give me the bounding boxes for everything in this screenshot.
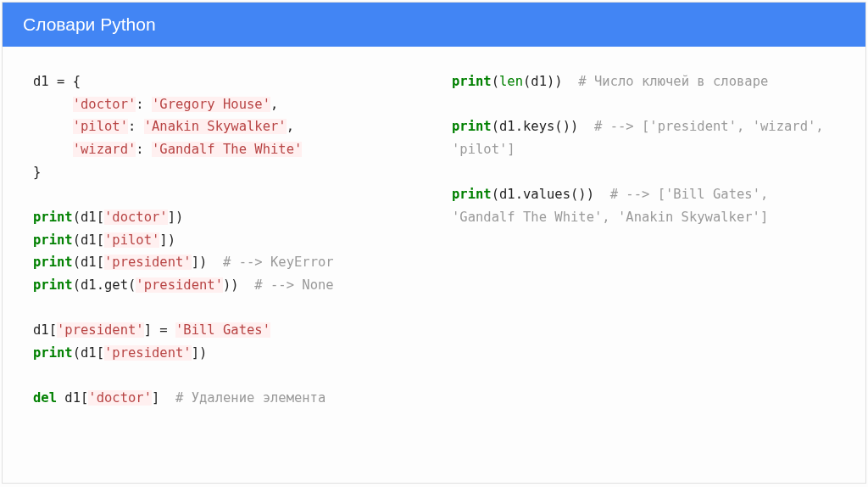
comment: # --> None — [254, 277, 333, 293]
string-literal: 'doctor' — [73, 97, 136, 112]
keyword-print: print — [33, 210, 73, 225]
slide-content: d1 = { 'doctor': 'Gregory House', 'pilot… — [3, 47, 865, 427]
slide-header: Словари Python — [3, 3, 865, 47]
keyword-print: print — [452, 119, 492, 134]
code-column-right: print(len(d1)) # Число ключей в словаре … — [452, 70, 835, 410]
string-literal: 'president' — [136, 277, 223, 293]
code-column-left: d1 = { 'doctor': 'Gregory House', 'pilot… — [33, 70, 416, 410]
string-literal: 'president' — [57, 322, 144, 338]
code-line: d1 = { — [33, 74, 81, 89]
slide-title: Словари Python — [23, 14, 156, 34]
code-line — [33, 119, 73, 134]
comment: # Удаление элемента — [175, 390, 326, 406]
code-line: d1[ — [33, 322, 57, 338]
code-line — [33, 97, 73, 112]
string-literal: 'Gregory House' — [152, 97, 270, 112]
code-line — [33, 142, 73, 157]
string-literal: 'wizard' — [73, 142, 136, 157]
comment: # Число ключей в словаре — [578, 74, 768, 89]
string-literal: 'doctor' — [88, 390, 152, 406]
string-literal: 'pilot' — [104, 232, 159, 248]
keyword-print: print — [33, 345, 73, 361]
string-literal: 'president' — [104, 345, 192, 361]
string-literal: 'doctor' — [104, 210, 168, 225]
string-literal: 'Anakin Skywalker' — [144, 119, 287, 134]
keyword-print: print — [452, 74, 492, 89]
comment: # --> KeyError — [223, 255, 334, 270]
string-literal: 'pilot' — [73, 119, 128, 134]
keyword-print: print — [33, 277, 73, 293]
keyword-del: del — [33, 390, 57, 406]
keyword-print: print — [33, 255, 73, 270]
string-literal: 'Bill Gates' — [175, 322, 270, 338]
keyword-print: print — [33, 232, 73, 248]
string-literal: 'Gandalf The White' — [152, 142, 302, 157]
code-block-right: print(len(d1)) # Число ключей в словаре … — [452, 70, 835, 229]
code-line: } — [33, 165, 41, 180]
keyword-print: print — [452, 187, 492, 202]
slide: Словари Python d1 = { 'doctor': 'Gregory… — [2, 2, 866, 484]
builtin-len: len — [499, 74, 523, 89]
string-literal: 'president' — [104, 255, 192, 270]
code-block-left: d1 = { 'doctor': 'Gregory House', 'pilot… — [33, 70, 416, 410]
